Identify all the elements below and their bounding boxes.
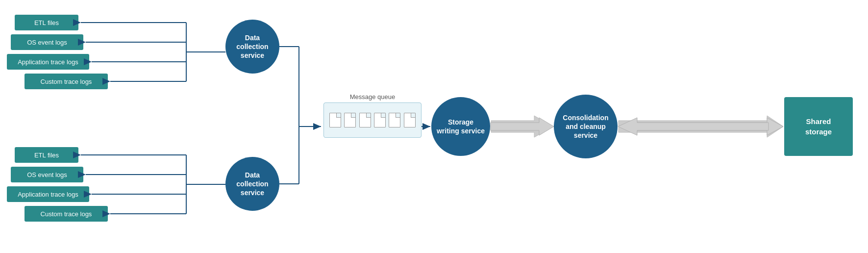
message-queue-box	[323, 102, 422, 138]
consolidation-cleanup-service: Consolidation and cleanup service	[554, 95, 618, 158]
data-collection-service-top: Data collection service	[225, 20, 279, 74]
doc-icon-4	[374, 113, 386, 127]
custom-trace-logs-bot: Custom trace logs	[25, 206, 108, 222]
etl-files-bot: ETL files	[15, 147, 78, 163]
consolidation-to-shared-arrow	[632, 118, 783, 135]
diagram-container: ETL files OS event logs Application trac…	[0, 0, 868, 253]
app-trace-logs-bot: Application trace logs	[7, 186, 89, 202]
doc-icon-1	[329, 113, 341, 127]
custom-trace-logs-top: Custom trace logs	[25, 74, 108, 89]
message-queue: Message queue	[323, 93, 422, 142]
app-trace-logs-top: Application trace logs	[7, 54, 89, 70]
storage-to-consolidation-arrow	[491, 118, 554, 135]
message-queue-label: Message queue	[323, 93, 422, 101]
doc-icon-3	[359, 113, 371, 127]
svg-marker-23	[619, 116, 783, 137]
doc-icon-2	[344, 113, 356, 127]
etl-files-top: ETL files	[15, 15, 78, 30]
storage-writing-service: Storage writing service	[431, 97, 490, 156]
os-event-logs-top: OS event logs	[11, 34, 83, 50]
data-collection-service-bot: Data collection service	[225, 157, 279, 211]
shared-storage: Shared storage	[784, 97, 853, 156]
doc-icon-5	[389, 113, 400, 127]
svg-marker-22	[491, 116, 553, 137]
os-event-logs-bot: OS event logs	[11, 167, 83, 182]
shared-to-consolidation-arrow	[618, 118, 769, 135]
doc-icon-6	[404, 113, 416, 127]
